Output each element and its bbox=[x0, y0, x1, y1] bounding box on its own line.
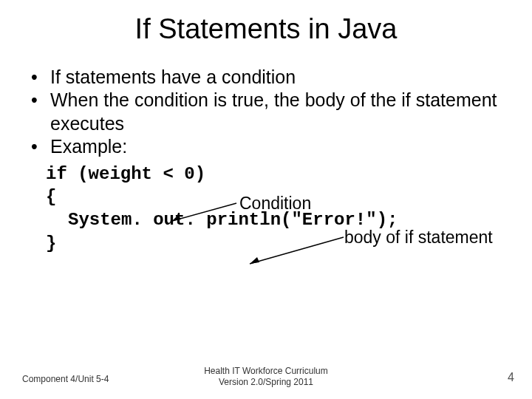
svg-line-2 bbox=[250, 237, 344, 264]
svg-line-0 bbox=[172, 203, 236, 221]
footer-center: Health IT Workforce Curriculum Version 2… bbox=[0, 366, 532, 389]
bullet-list: • If statements have a condition • When … bbox=[28, 66, 504, 158]
condition-label: Condition bbox=[239, 194, 311, 214]
bullet-text: Example: bbox=[50, 135, 504, 158]
list-item: • When the condition is true, the body o… bbox=[28, 89, 504, 135]
code-line: if (weight < 0) bbox=[46, 163, 532, 185]
slide-title: If Statements in Java bbox=[0, 13, 532, 45]
arrow-body bbox=[244, 233, 347, 270]
bullet-dot: • bbox=[28, 89, 50, 112]
arrow-condition bbox=[166, 196, 240, 225]
list-item: • If statements have a condition bbox=[28, 66, 504, 89]
bullet-dot: • bbox=[28, 135, 50, 158]
footer-line: Health IT Workforce Curriculum bbox=[0, 366, 532, 378]
bullet-text: If statements have a condition bbox=[50, 66, 504, 89]
bullet-dot: • bbox=[28, 66, 50, 89]
svg-marker-1 bbox=[172, 215, 181, 221]
footer-line: Version 2.0/Spring 2011 bbox=[0, 377, 532, 389]
bullet-text: When the condition is true, the body of … bbox=[50, 89, 504, 135]
list-item: • Example: bbox=[28, 135, 504, 158]
body-label: body of if statement bbox=[344, 228, 493, 248]
svg-marker-3 bbox=[250, 257, 259, 264]
page-number: 4 bbox=[508, 371, 514, 384]
